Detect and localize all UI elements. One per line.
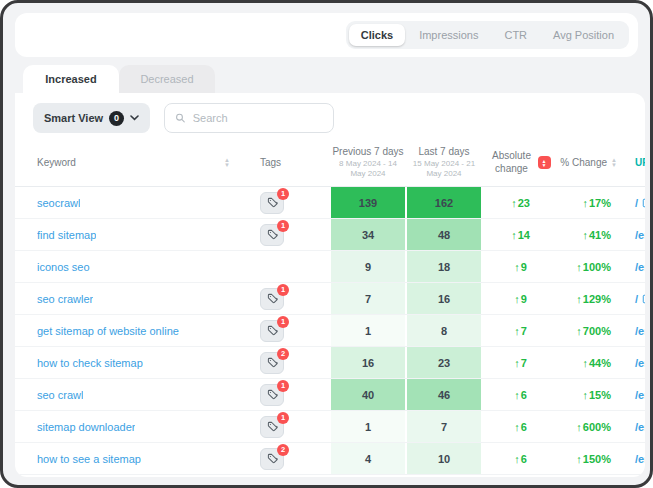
search-box[interactable]: [164, 103, 334, 133]
up-arrow-icon: ↑: [582, 229, 588, 241]
url-cell[interactable]: /en: [627, 219, 645, 250]
url-cell[interactable]: /en: [627, 251, 645, 282]
metric-toggle-impressions[interactable]: Impressions: [407, 24, 490, 46]
absolute-change-cell: ↑23: [482, 187, 559, 218]
percent-change-value: 150%: [583, 453, 611, 465]
url-link[interactable]: /en: [635, 261, 645, 273]
smart-view-dropdown[interactable]: Smart View 0: [33, 103, 150, 133]
url-link[interactable]: /en: [635, 357, 645, 369]
tag-icon[interactable]: 1: [260, 224, 284, 246]
header-prev-range: 8 May 2024 - 14 May 2024: [335, 159, 401, 179]
url-cell[interactable]: /en: [627, 443, 645, 474]
header-absolute-change[interactable]: Absolute change ▲▼: [482, 139, 559, 186]
metric-toggle-ctr[interactable]: CTR: [492, 24, 539, 46]
metric-toggle-group: Clicks Impressions CTR Avg Position: [346, 21, 629, 49]
up-arrow-icon: ↑: [511, 229, 517, 241]
absolute-change-cell: ↑6: [482, 443, 559, 474]
sort-icon[interactable]: ▲▼: [611, 158, 617, 167]
metric-toggle-avg-position[interactable]: Avg Position: [541, 24, 626, 46]
keyword-link[interactable]: sitemap downloader: [37, 421, 135, 433]
keyword-link[interactable]: how to see a sitemap: [37, 453, 141, 465]
url-link[interactable]: /en: [635, 229, 645, 241]
absolute-change-value: 7: [521, 357, 527, 369]
tag-icon[interactable]: 1: [260, 288, 284, 310]
tags-cell: 1: [240, 219, 330, 250]
url-cell[interactable]: /en: [627, 347, 645, 378]
header-percent-change[interactable]: % Change ▲▼: [559, 139, 627, 186]
up-arrow-icon: ↑: [514, 293, 520, 305]
prev-clicks-cell: 4: [330, 443, 406, 474]
url-cell[interactable]: /: [627, 283, 645, 314]
tag-icon[interactable]: 2: [260, 352, 284, 374]
tag-icon[interactable]: 1: [260, 384, 284, 406]
tags-cell: 1: [240, 187, 330, 218]
keyword-link[interactable]: iconos seo: [37, 261, 90, 273]
url-link[interactable]: /: [635, 197, 638, 209]
url-link[interactable]: /en: [635, 453, 645, 465]
header-keyword[interactable]: Keyword ▲▼: [15, 139, 240, 186]
tab-decreased[interactable]: Decreased: [119, 65, 215, 93]
absolute-change-value: 7: [521, 325, 527, 337]
percent-change-value: 44%: [589, 357, 611, 369]
tag-count-badge: 1: [277, 380, 289, 392]
keywords-table: Keyword ▲▼ Tags Previous 7 days 8 May 20…: [15, 139, 645, 477]
topbar: Clicks Impressions CTR Avg Position: [15, 13, 638, 57]
toolbar: Smart View 0: [15, 93, 645, 139]
keyword-link[interactable]: get sitemap of website online: [37, 325, 179, 337]
active-sort-icon[interactable]: ▲▼: [538, 156, 551, 169]
tag-glyph-icon: [267, 357, 278, 368]
up-arrow-icon: ↑: [576, 261, 582, 273]
url-link[interactable]: /: [635, 293, 638, 305]
external-link-icon[interactable]: [642, 294, 645, 304]
absolute-change-cell: ↑6: [482, 379, 559, 410]
url-link[interactable]: /en: [635, 325, 645, 337]
keyword-link[interactable]: how to check sitemap: [37, 357, 143, 369]
tag-glyph-icon: [267, 389, 278, 400]
header-previous-7-days[interactable]: Previous 7 days 8 May 2024 - 14 May 2024: [330, 139, 406, 186]
header-tags: Tags: [240, 139, 330, 186]
url-cell[interactable]: /en: [627, 379, 645, 410]
keyword-cell: sitemap downloader: [15, 411, 240, 442]
percent-change-value: 129%: [583, 293, 611, 305]
url-link[interactable]: /en: [635, 389, 645, 401]
tags-cell: 2: [240, 347, 330, 378]
keyword-link[interactable]: seo crawl: [37, 389, 83, 401]
tag-icon[interactable]: 1: [260, 320, 284, 342]
sort-icon[interactable]: ▲▼: [224, 158, 230, 167]
percent-change-cell: ↑17%: [559, 187, 627, 218]
prev-clicks-cell: 40: [330, 379, 406, 410]
last-clicks-cell: 23: [406, 347, 482, 378]
tag-count-badge: 1: [277, 284, 289, 296]
keyword-link[interactable]: find sitemap: [37, 229, 96, 241]
metric-toggle-clicks[interactable]: Clicks: [349, 24, 405, 46]
url-cell[interactable]: /en: [627, 411, 645, 442]
percent-change-cell: ↑129%: [559, 283, 627, 314]
keyword-link[interactable]: seo crawler: [37, 293, 93, 305]
last-clicks-cell: 8: [406, 315, 482, 346]
url-link[interactable]: /en: [635, 421, 645, 433]
keyword-link[interactable]: seocrawl: [37, 197, 80, 209]
up-arrow-icon: ↑: [514, 453, 520, 465]
tag-glyph-icon: [267, 421, 278, 432]
search-input[interactable]: [193, 112, 323, 124]
header-last-7-days[interactable]: Last 7 days 15 May 2024 - 21 May 2024: [406, 139, 482, 186]
url-cell[interactable]: /en: [627, 315, 645, 346]
percent-change-cell: ↑15%: [559, 379, 627, 410]
smart-view-count-badge: 0: [109, 111, 124, 126]
last-clicks-cell: 10: [406, 443, 482, 474]
up-arrow-icon: ↑: [576, 453, 582, 465]
percent-change-cell: ↑44%: [559, 347, 627, 378]
tag-glyph-icon: [267, 453, 278, 464]
tab-increased[interactable]: Increased: [23, 65, 119, 93]
tag-icon[interactable]: 1: [260, 416, 284, 438]
tag-icon[interactable]: 2: [260, 448, 284, 470]
tag-count-badge: 2: [277, 444, 289, 456]
url-cell[interactable]: /: [627, 187, 645, 218]
last-clicks-cell: 7: [406, 411, 482, 442]
last-clicks-value: 162: [435, 197, 453, 209]
tag-icon[interactable]: 1: [260, 192, 284, 214]
header-url[interactable]: URL ▲▼: [627, 139, 645, 186]
up-arrow-icon: ↑: [511, 197, 517, 209]
percent-change-cell: ↑700%: [559, 315, 627, 346]
external-link-icon[interactable]: [642, 198, 645, 208]
